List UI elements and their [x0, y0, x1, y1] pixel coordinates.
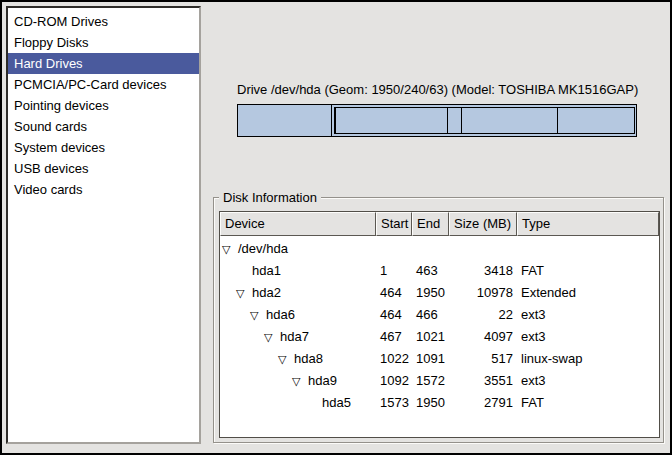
hardware-browser-window: CD-ROM DrivesFloppy DisksHard DrivesPCMC…: [0, 0, 672, 455]
sidebar-item-usb-devices[interactable]: USB devices: [8, 158, 199, 179]
size-cell: 10978: [449, 282, 517, 304]
partition-segment-hda9: [462, 108, 559, 133]
column-header-start[interactable]: Start: [376, 212, 412, 236]
device-name: hda1: [252, 260, 281, 282]
expander-icon[interactable]: ▽: [278, 348, 294, 370]
partition-segment-hda8: [448, 108, 462, 133]
device-name: hda9: [308, 370, 337, 392]
end-cell: 1091: [412, 348, 449, 370]
size-cell: 22: [449, 304, 517, 326]
table-row-hda1[interactable]: hda114633418FAT: [220, 260, 659, 282]
expander-icon[interactable]: ▽: [292, 370, 308, 392]
disk-table-header: DeviceStartEndSize (MB)Type: [220, 212, 659, 236]
size-cell: 517: [449, 348, 517, 370]
type-cell: FAT: [517, 260, 659, 282]
type-cell: ext3: [517, 370, 659, 392]
table-row-hda5[interactable]: hda5157319502791FAT: [220, 392, 659, 414]
type-cell: linux-swap: [517, 348, 659, 370]
size-cell: 3418: [449, 260, 517, 282]
start-cell: 1092: [376, 370, 412, 392]
expander-icon[interactable]: ▽: [250, 304, 266, 326]
expander-icon[interactable]: ▽: [222, 238, 238, 260]
end-cell: 1572: [412, 370, 449, 392]
type-cell: ext3: [517, 304, 659, 326]
type-cell: FAT: [517, 392, 659, 414]
drive-title: Drive /dev/hda (Geom: 1950/240/63) (Mode…: [237, 82, 637, 97]
device-name: hda6: [266, 304, 295, 326]
end-cell: 463: [412, 260, 449, 282]
sidebar-item-floppy-disks[interactable]: Floppy Disks: [8, 32, 199, 53]
start-cell: [376, 238, 412, 260]
device-name: hda7: [280, 326, 309, 348]
end-cell: 1950: [412, 282, 449, 304]
column-header-type[interactable]: Type: [517, 212, 659, 236]
size-cell: 4097: [449, 326, 517, 348]
start-cell: 1022: [376, 348, 412, 370]
table-row-dev-hda[interactable]: ▽/dev/hda: [220, 238, 659, 260]
type-cell: Extended: [517, 282, 659, 304]
device-name: hda8: [294, 348, 323, 370]
size-cell: [449, 238, 517, 260]
size-cell: 2791: [449, 392, 517, 414]
table-row-hda2[interactable]: ▽hda2464195010978Extended: [220, 282, 659, 304]
device-name: /dev/hda: [238, 238, 288, 260]
partition-segment-hda1: [238, 105, 332, 136]
disk-information-label: Disk Information: [219, 190, 321, 205]
start-cell: 1: [376, 260, 412, 282]
table-row-hda8[interactable]: ▽hda810221091517linux-swap: [220, 348, 659, 370]
start-cell: 464: [376, 304, 412, 326]
expander-icon[interactable]: ▽: [236, 282, 252, 304]
column-header-size-mb[interactable]: Size (MB): [449, 212, 517, 236]
sidebar-item-pointing-devices[interactable]: Pointing devices: [8, 95, 199, 116]
sidebar-item-hard-drives[interactable]: Hard Drives: [8, 53, 199, 74]
device-name: hda2: [252, 282, 281, 304]
device-category-list: CD-ROM DrivesFloppy DisksHard DrivesPCMC…: [6, 6, 201, 444]
table-row-hda7[interactable]: ▽hda746710214097ext3: [220, 326, 659, 348]
sidebar-item-system-devices[interactable]: System devices: [8, 137, 199, 158]
device-name: hda5: [322, 392, 351, 414]
start-cell: 467: [376, 326, 412, 348]
extended-partition-hda2: [334, 107, 635, 134]
table-row-hda6[interactable]: ▽hda646446622ext3: [220, 304, 659, 326]
partition-segment-hda7: [336, 108, 447, 133]
end-cell: [412, 238, 449, 260]
type-cell: [517, 238, 659, 260]
expander-icon[interactable]: ▽: [264, 326, 280, 348]
end-cell: 466: [412, 304, 449, 326]
column-header-device[interactable]: Device: [220, 212, 376, 236]
start-cell: 1573: [376, 392, 412, 414]
size-cell: 3551: [449, 370, 517, 392]
column-header-end[interactable]: End: [412, 212, 449, 236]
start-cell: 464: [376, 282, 412, 304]
end-cell: 1950: [412, 392, 449, 414]
partition-segment-hda5: [558, 108, 634, 133]
sidebar-item-video-cards[interactable]: Video cards: [8, 179, 199, 200]
partition-bar: [237, 104, 637, 137]
disk-information-groupbox: Disk Information DeviceStartEndSize (MB)…: [213, 197, 664, 443]
type-cell: ext3: [517, 326, 659, 348]
sidebar-item-cd-rom-drives[interactable]: CD-ROM Drives: [8, 11, 199, 32]
sidebar-item-sound-cards[interactable]: Sound cards: [8, 116, 199, 137]
table-row-hda9[interactable]: ▽hda9109215723551ext3: [220, 370, 659, 392]
end-cell: 1021: [412, 326, 449, 348]
sidebar-item-pcmcia-pc-card-devices[interactable]: PCMCIA/PC-Card devices: [8, 74, 199, 95]
disk-table: DeviceStartEndSize (MB)Type ▽/dev/hdahda…: [219, 211, 660, 438]
disk-table-body: ▽/dev/hdahda114633418FAT▽hda246419501097…: [220, 236, 659, 414]
